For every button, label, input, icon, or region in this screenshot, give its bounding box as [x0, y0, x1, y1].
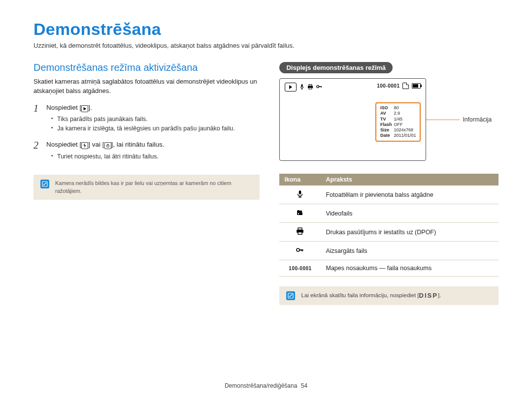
table-row: Aizsargāts fails [279, 242, 499, 260]
page-number: 54 [301, 382, 307, 389]
camera-screen: 100-0001 ISO80 AV2.9 TV1/45 FlashOFF Siz… [279, 78, 426, 161]
icon-description-table: Ikona Apraksts Fotoattēlam ir pievienota… [279, 174, 499, 277]
note-text: Kamera nerādīs bildes kas ir par lielu v… [55, 180, 253, 195]
svg-marker-1 [84, 143, 86, 148]
svg-rect-21 [297, 213, 302, 215]
svg-rect-12 [309, 88, 312, 89]
file-number-label: 100-0001 [279, 260, 321, 277]
microphone-icon [279, 185, 321, 204]
svg-rect-7 [301, 84, 303, 87]
table-cell: Videofails [321, 204, 499, 223]
step-number: 1 [33, 103, 46, 138]
list-item: Ja kamera ir izslēgta, tā ieslēgsies un … [51, 124, 260, 133]
table-cell: Fotoattēlam ir pievienota balss atgādne [321, 185, 499, 204]
step-2: 2 Nospiediet [] vai [], lai ritinātu fai… [33, 140, 260, 166]
table-row: 100-0001 Mapes nosaukums — faila nosauku… [279, 260, 499, 277]
step-1-text: Nospiediet []. [46, 103, 260, 113]
svg-point-26 [297, 248, 299, 251]
svg-rect-15 [321, 86, 322, 88]
printer-small-icon [307, 84, 313, 91]
playback-mode-icon [285, 83, 297, 92]
footer-text: Demonstrēšana/rediģēšana [225, 382, 297, 389]
intro-text: Uzziniet, kā demonstrēt fotoattēlus, vid… [33, 42, 499, 49]
right-column: Displejs demonstrēšanas režīmā 100-0001 [279, 62, 499, 305]
svg-rect-29 [301, 249, 301, 251]
table-cell: Aizsargāts fails [321, 242, 499, 260]
note-icon [40, 180, 49, 188]
table-header-icon: Ikona [279, 174, 321, 185]
table-cell: Mapes nosaukums — faila nosaukums [321, 260, 499, 277]
step-1: 1 Nospiediet []. Tiks parādīts pats jaun… [33, 103, 260, 138]
step-2-bullets: Turiet nospiestu, lai ātri ritinātu fail… [46, 152, 260, 161]
section-intro: Skatiet kameras atmiņā saglabātos fotoat… [33, 77, 260, 96]
play-icon [81, 105, 88, 112]
disp-button-label: DISP [419, 292, 438, 299]
table-row: Videofails [279, 204, 499, 223]
note-box: Kamera nerādīs bildes kas ir par lielu v… [33, 175, 260, 200]
key-lock-icon [279, 242, 321, 260]
list-item: Tiks parādīts pats jaunākais fails. [51, 115, 260, 124]
svg-point-20 [300, 211, 302, 213]
table-row: Fotoattēlam ir pievienota balss atgādne [279, 185, 499, 204]
svg-line-31 [289, 294, 292, 297]
callout-line: Informācija [426, 116, 492, 123]
two-column-layout: Demonstrēšanas režīma aktivizēšana Skati… [33, 62, 499, 305]
info-overlay-box: ISO80 AV2.9 TV1/45 FlashOFF Size1024x768… [375, 102, 421, 142]
memory-card-icon [402, 83, 409, 89]
svg-point-22 [298, 213, 299, 215]
svg-line-6 [43, 183, 46, 185]
callout-label: Informācija [463, 116, 492, 123]
step-2-text: Nospiediet [] vai [], lai ritinātu failu… [46, 140, 260, 150]
printer-icon [279, 223, 321, 242]
lock-small-icon [316, 84, 322, 90]
screen-top-right-icons: 100-0001 [377, 83, 421, 89]
svg-rect-10 [309, 84, 312, 86]
page-title: Demonstrēšana [33, 20, 499, 39]
svg-rect-28 [302, 249, 303, 251]
right-heading-pill: Displejs demonstrēšanas režīmā [279, 62, 393, 73]
manual-page: Demonstrēšana Uzziniet, kā demonstrēt fo… [0, 0, 532, 401]
note-icon [286, 291, 295, 300]
mic-small-icon [299, 84, 304, 91]
table-row: Drukas pasūtījums ir iestatīts uz (DPOF) [279, 223, 499, 242]
page-footer: Demonstrēšana/rediģēšana 54 [0, 382, 532, 389]
timer-icon [104, 142, 111, 149]
step-1-bullets: Tiks parādīts pats jaunākais fails. Ja k… [46, 115, 260, 133]
display-illustration: 100-0001 ISO80 AV2.9 TV1/45 FlashOFF Siz… [279, 78, 499, 161]
step-number: 2 [33, 140, 46, 166]
table-header-desc: Apraksts [321, 174, 499, 185]
list-item: Turiet nospiestu, lai ātri ritinātu fail… [51, 152, 260, 161]
video-camera-icon [279, 204, 321, 223]
left-column: Demonstrēšanas režīma aktivizēšana Skati… [33, 62, 260, 305]
svg-rect-16 [299, 190, 301, 194]
tip-box: Lai ekrānā skatītu faila informāciju, no… [279, 286, 499, 305]
svg-rect-23 [298, 228, 302, 230]
svg-marker-0 [84, 107, 87, 110]
battery-icon [412, 83, 421, 89]
svg-rect-25 [298, 232, 302, 235]
file-number: 100-0001 [377, 83, 399, 89]
section-title: Demonstrēšanas režīma aktivizēšana [33, 62, 260, 73]
table-cell: Drukas pasūtījums ir iestatīts uz (DPOF) [321, 223, 499, 242]
svg-point-13 [317, 86, 319, 88]
flash-icon [81, 142, 88, 149]
svg-point-2 [106, 145, 109, 147]
tip-text: Lai ekrānā skatītu faila informāciju, no… [301, 291, 441, 300]
